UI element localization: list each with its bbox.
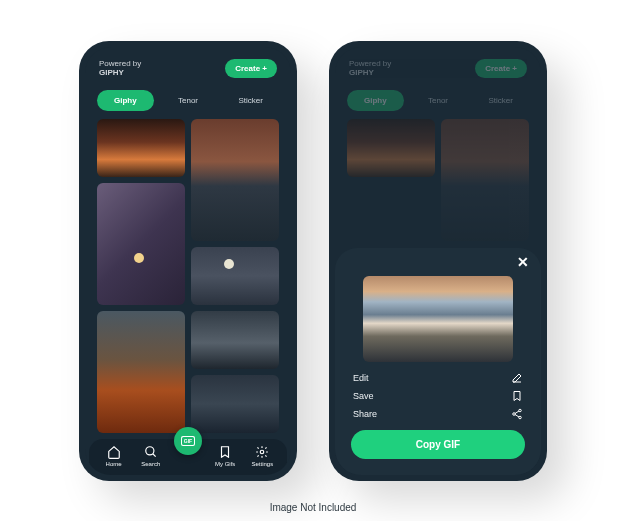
powered-by-label: Powered by GIPHY <box>99 59 141 78</box>
gif-tile[interactable] <box>97 119 185 177</box>
gif-tile[interactable] <box>97 183 185 305</box>
svg-point-3 <box>146 446 154 454</box>
action-save[interactable]: Save <box>353 390 523 402</box>
gif-fab-button[interactable]: GIF <box>174 427 202 455</box>
gif-icon: GIF <box>181 436 195 446</box>
gif-tile[interactable] <box>191 247 279 305</box>
tab-tenor[interactable]: Tenor <box>410 90 467 111</box>
nav-search[interactable]: Search <box>134 445 168 467</box>
create-button[interactable]: Create + <box>475 59 527 78</box>
gif-tile[interactable] <box>191 375 279 433</box>
action-edit[interactable]: Edit <box>353 372 523 384</box>
bookmark-icon <box>218 445 232 459</box>
svg-line-4 <box>153 453 156 456</box>
nav-label: My Gifs <box>215 461 235 467</box>
svg-text:GIF: GIF <box>184 438 192 444</box>
source-tabs: Giphy Tenor Sticker <box>335 84 541 119</box>
tab-sticker[interactable]: Sticker <box>472 90 529 111</box>
nav-home[interactable]: Home <box>97 445 131 467</box>
search-icon <box>144 445 158 459</box>
gif-grid[interactable] <box>85 119 291 439</box>
action-sheet: ✕ Edit Save Share Copy GIF <box>335 248 541 475</box>
action-label: Share <box>353 409 377 419</box>
tab-giphy[interactable]: Giphy <box>97 90 154 111</box>
action-label: Save <box>353 391 374 401</box>
source-tabs: Giphy Tenor Sticker <box>85 84 291 119</box>
nav-label: Search <box>141 461 160 467</box>
gif-tile <box>441 119 529 241</box>
gif-tile[interactable] <box>191 311 279 369</box>
phone-right: Powered by GIPHY Create + Giphy Tenor St… <box>329 41 547 481</box>
gif-preview <box>363 276 513 362</box>
bottom-nav-wrap: GIF Home Search My Gifs Settin <box>85 439 291 475</box>
tab-giphy[interactable]: Giphy <box>347 90 404 111</box>
close-button[interactable]: ✕ <box>517 254 529 270</box>
bookmark-icon <box>511 390 523 402</box>
phone-left: Powered by GIPHY Create + Giphy Tenor St… <box>79 41 297 481</box>
svg-point-5 <box>261 450 265 454</box>
copy-gif-button[interactable]: Copy GIF <box>351 430 525 459</box>
nav-label: Home <box>106 461 122 467</box>
svg-line-9 <box>515 411 519 414</box>
action-label: Edit <box>353 373 369 383</box>
gif-tile <box>347 119 435 177</box>
nav-settings[interactable]: Settings <box>245 445 279 467</box>
tab-sticker[interactable]: Sticker <box>222 90 279 111</box>
nav-label: Settings <box>252 461 274 467</box>
nav-my-gifs[interactable]: My Gifs <box>208 445 242 467</box>
svg-line-10 <box>515 414 519 417</box>
create-button[interactable]: Create + <box>225 59 277 78</box>
header: Powered by GIPHY Create + <box>335 47 541 84</box>
header: Powered by GIPHY Create + <box>85 47 291 84</box>
share-icon <box>511 408 523 420</box>
edit-icon <box>511 372 523 384</box>
home-icon <box>107 445 121 459</box>
footnote: Image Not Included <box>0 502 626 513</box>
action-share[interactable]: Share <box>353 408 523 420</box>
gif-tile[interactable] <box>97 311 185 433</box>
tab-tenor[interactable]: Tenor <box>160 90 217 111</box>
gif-tile[interactable] <box>191 119 279 241</box>
gear-icon <box>255 445 269 459</box>
powered-by-label: Powered by GIPHY <box>349 59 391 78</box>
